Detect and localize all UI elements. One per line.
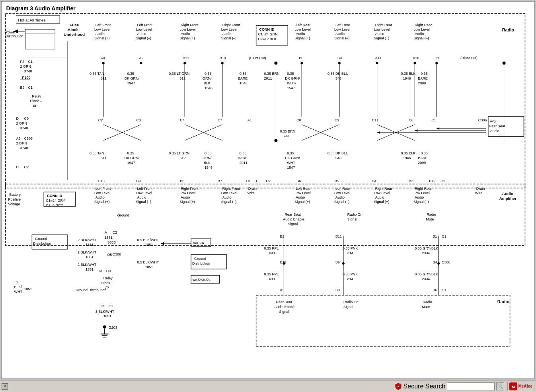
- svg-text:0.35 PPL: 0.35 PPL: [264, 272, 279, 276]
- svg-text:Right Front: Right Front: [181, 23, 199, 27]
- svg-text:2 ORN: 2 ORN: [16, 141, 27, 145]
- mcafee-badge[interactable]: M McAfee: [507, 382, 534, 391]
- svg-text:C9: C9: [24, 117, 28, 121]
- svg-text:1546: 1546: [240, 81, 248, 85]
- svg-text:WHT: WHT: [14, 290, 23, 294]
- svg-text:599: 599: [283, 134, 288, 138]
- svg-text:Audio: Audio: [181, 32, 190, 36]
- search-button[interactable]: 🔍: [496, 382, 504, 390]
- svg-text:C2: C2: [266, 179, 271, 183]
- diagram-area: Diagram 3 Audio Amplifier Hot at All Tim…: [1, 1, 535, 379]
- search-input[interactable]: [447, 382, 495, 390]
- svg-text:ORN/: ORN/: [203, 76, 212, 80]
- close-button[interactable]: ×: [2, 383, 8, 390]
- svg-text:C1: C1: [28, 60, 32, 64]
- svg-text:DK GRN/: DK GRN/: [285, 156, 300, 160]
- svg-text:C8: C8: [296, 118, 301, 122]
- svg-text:3740: 3740: [24, 69, 32, 73]
- svg-text:B7: B7: [218, 179, 222, 183]
- svg-text:0.35 TAN: 0.35 TAN: [90, 151, 104, 155]
- svg-text:0.35: 0.35: [127, 72, 134, 76]
- svg-text:BARE: BARE: [238, 76, 248, 80]
- svg-text:1947: 1947: [127, 161, 135, 165]
- svg-text:Right Rear: Right Rear: [375, 23, 392, 27]
- svg-text:0.5 BLK/WHT: 0.5 BLK/WHT: [137, 238, 159, 242]
- svg-text:Hot at All Times: Hot at All Times: [18, 18, 45, 22]
- svg-text:C1: C1: [431, 118, 436, 122]
- svg-text:0.35: 0.35: [287, 151, 294, 155]
- svg-text:Right Rear: Right Rear: [415, 187, 432, 191]
- svg-text:0.35 BRN: 0.35 BRN: [264, 72, 280, 76]
- svg-text:Audio Enable: Audio Enable: [283, 217, 304, 221]
- svg-text:Signal: Signal: [343, 305, 353, 309]
- svg-text:C1: C1: [28, 86, 32, 90]
- svg-text:3 BLK/WHT: 3 BLK/WHT: [96, 310, 115, 314]
- svg-text:Audio: Audio: [96, 32, 105, 36]
- svg-text:✓: ✓: [397, 385, 400, 388]
- svg-text:Low Level: Low Level: [179, 27, 195, 31]
- svg-text:C1: C1: [442, 234, 446, 238]
- svg-text:(Blunt Cut): (Blunt Cut): [460, 56, 478, 60]
- svg-marker-139: [437, 127, 439, 130]
- svg-text:Block –: Block –: [101, 281, 113, 285]
- svg-text:1547: 1547: [287, 166, 295, 170]
- svg-text:B3: B3: [335, 288, 340, 292]
- svg-text:Low Level: Low Level: [413, 191, 429, 195]
- svg-text:Low Level: Low Level: [221, 27, 237, 31]
- svg-text:Signal (+): Signal (+): [374, 200, 390, 204]
- secure-search-label: Secure Search: [403, 383, 446, 390]
- svg-text:1546: 1546: [205, 166, 212, 170]
- svg-rect-306: [256, 295, 510, 347]
- svg-text:314: 314: [347, 251, 353, 255]
- svg-text:Radio On: Radio On: [347, 213, 363, 216]
- svg-text:Drain: Drain: [248, 187, 257, 191]
- svg-text:1947: 1947: [127, 81, 135, 85]
- svg-text:A: A: [105, 230, 107, 234]
- svg-text:C306: C306: [442, 260, 450, 264]
- svg-text:C6: C6: [409, 118, 413, 122]
- svg-text:Signal (–): Signal (–): [334, 36, 349, 40]
- svg-text:Left Front: Left Front: [137, 23, 153, 27]
- svg-text:512: 512: [179, 76, 185, 80]
- svg-text:Left Front: Left Front: [96, 187, 111, 191]
- svg-text:A10: A10: [413, 56, 419, 60]
- shield-icon: ✓: [395, 383, 402, 390]
- svg-text:w/U2K/U2L: w/U2K/U2L: [192, 278, 211, 282]
- svg-text:C7: C7: [218, 118, 222, 122]
- svg-text:0.35 PNK: 0.35 PNK: [343, 272, 358, 276]
- svg-text:C2: C2: [24, 165, 28, 169]
- svg-text:2099: 2099: [418, 161, 426, 165]
- svg-text:Amplifier: Amplifier: [499, 196, 517, 201]
- svg-text:B9: B9: [136, 179, 141, 183]
- svg-text:1851: 1851: [103, 314, 111, 318]
- svg-text:Audio: Audio: [502, 191, 513, 196]
- svg-text:Low Level: Low Level: [221, 191, 237, 195]
- svg-text:2011: 2011: [240, 161, 248, 165]
- svg-text:C306: C306: [24, 137, 32, 140]
- svg-text:A9: A9: [139, 56, 144, 60]
- taskbar: × ✓ Secure Search 🔍 M McAfee: [0, 380, 536, 392]
- svg-text:B10: B10: [220, 56, 226, 60]
- svg-text:Radio: Radio: [502, 27, 515, 32]
- svg-text:C1=24 GRN: C1=24 GRN: [258, 32, 278, 36]
- svg-text:Mute: Mute: [426, 217, 434, 221]
- svg-text:A8: A8: [101, 56, 105, 60]
- svg-text:WHT/: WHT/: [287, 81, 296, 85]
- svg-text:C1: C1: [442, 288, 446, 292]
- svg-text:Wire: Wire: [248, 191, 255, 195]
- svg-text:Audio: Audio: [222, 195, 232, 199]
- svg-text:B6: B6: [335, 260, 340, 264]
- svg-text:G203: G203: [109, 326, 117, 330]
- svg-text:M: M: [99, 269, 102, 273]
- svg-text:DK GRN/: DK GRN/: [125, 76, 140, 80]
- svg-text:493: 493: [269, 251, 275, 255]
- svg-text:Left Rear: Left Rear: [296, 23, 310, 27]
- svg-text:2011: 2011: [264, 76, 272, 80]
- svg-text:I/P: I/P: [33, 104, 37, 108]
- svg-text:0.35 BLK: 0.35 BLK: [401, 151, 415, 155]
- svg-rect-346: [25, 29, 55, 49]
- svg-text:Rear Seat: Rear Seat: [276, 300, 292, 304]
- svg-text:F2: F2: [20, 60, 24, 64]
- svg-text:Left Rear: Left Rear: [335, 187, 350, 191]
- svg-text:C1: C1: [246, 179, 251, 183]
